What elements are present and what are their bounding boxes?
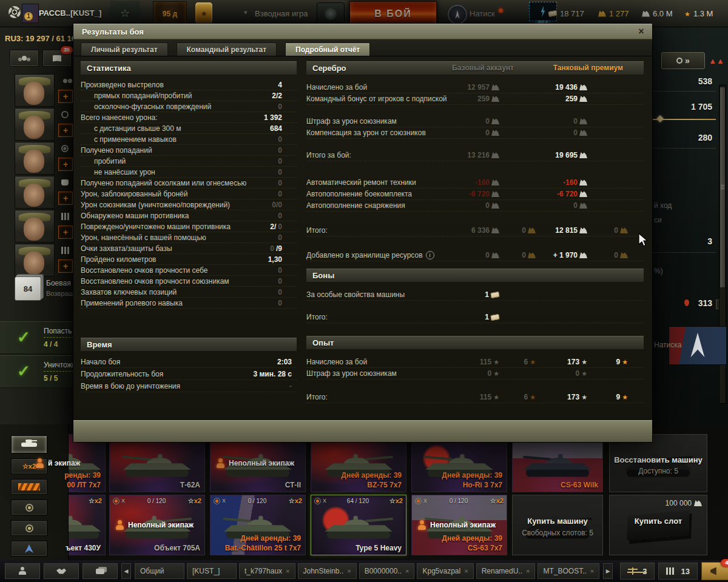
silver-icon bbox=[579, 179, 587, 186]
wot-garage-screen: 1 РАССВ..[KUST_] ☆ 95 д ★ ▾ Взводная игр… bbox=[0, 0, 728, 582]
mission-row[interactable]: ✓Попасть в4 / 4 bbox=[0, 321, 74, 354]
chat-tab[interactable]: [KUST_] bbox=[187, 563, 237, 579]
action-card[interactable]: Купить машинуСвободных слотов: 5 bbox=[512, 495, 603, 555]
add-skill-button[interactable]: + bbox=[58, 259, 73, 273]
premium-gold-slot bbox=[592, 127, 628, 138]
chat-tab[interactable]: RenamedU..× bbox=[476, 563, 536, 579]
add-skill-button[interactable]: + bbox=[58, 226, 73, 239]
buy-slot-card[interactable]: 100 000Купить слот bbox=[609, 495, 707, 555]
filter-nation-button[interactable] bbox=[11, 541, 47, 557]
crew-portrait[interactable] bbox=[15, 176, 55, 209]
crew-portrait[interactable] bbox=[15, 142, 55, 175]
chat-tab-label: RenamedU.. bbox=[482, 567, 522, 575]
tabs-scroll-right-button[interactable]: ▶ bbox=[603, 563, 613, 579]
crew-member[interactable]: + bbox=[15, 175, 74, 209]
close-tab-icon[interactable]: × bbox=[526, 567, 530, 575]
battle-mode-label[interactable]: Взводная игра bbox=[255, 9, 308, 18]
settings-gear-icon[interactable] bbox=[8, 6, 21, 18]
row-group: Итого:1 bbox=[306, 312, 644, 323]
chat-tab-label: [KUST_] bbox=[192, 567, 220, 575]
crew-member[interactable]: + bbox=[15, 107, 74, 141]
free-xp-currency[interactable]: ★1.3 M bbox=[684, 9, 713, 18]
mode-chevron-down-icon[interactable]: ▾ bbox=[244, 8, 248, 16]
chat-tab[interactable]: Общий bbox=[135, 563, 184, 579]
stat-row: Получено попаданий0 bbox=[81, 145, 297, 156]
silver-currency[interactable]: 6.0 M bbox=[642, 9, 673, 18]
exchange-rates-button[interactable]: 3 bbox=[620, 563, 655, 580]
crew-member[interactable]: + bbox=[15, 242, 74, 276]
channels-button[interactable] bbox=[83, 563, 118, 579]
crew-member[interactable]: + bbox=[15, 209, 74, 242]
economy-column: Серебро Базовый аккаунт Танковый премиум… bbox=[306, 61, 644, 414]
filter-award-button[interactable] bbox=[11, 520, 47, 536]
tab-inactive[interactable]: Командный результат bbox=[177, 42, 277, 56]
clan-name[interactable]: РАССВ..[KUST_] bbox=[39, 8, 101, 18]
filter-rent-button[interactable] bbox=[11, 479, 47, 495]
tank-card[interactable]: CS-63 Wilk bbox=[512, 434, 603, 492]
crew-member[interactable]: + bbox=[15, 141, 74, 175]
add-skill-button[interactable]: + bbox=[58, 90, 73, 103]
mission-row[interactable]: ✓Уничтожи5 / 5 bbox=[0, 355, 74, 388]
slider-knob-icon[interactable] bbox=[656, 115, 663, 122]
add-skill-button[interactable]: + bbox=[58, 192, 73, 205]
stat-values: 0/9 bbox=[270, 244, 282, 253]
x-label: X bbox=[121, 498, 125, 504]
crew-portrait[interactable] bbox=[15, 108, 55, 141]
filter-tank-type-button[interactable] bbox=[11, 435, 47, 453]
chat-tab[interactable]: JohnSteinb..× bbox=[298, 563, 357, 579]
crew-portrait[interactable] bbox=[15, 244, 55, 276]
close-tab-icon[interactable]: × bbox=[405, 567, 409, 575]
tank-card[interactable]: X0 / 120☆x2Дней аренды: 39Bat.-Châtillon… bbox=[210, 495, 306, 555]
chat-tab[interactable]: Kpg5vazpal× bbox=[417, 563, 473, 579]
base-gold-slot bbox=[503, 177, 536, 188]
tank-card[interactable]: Дней аренды: 39Ho-Ri 3 7x7 bbox=[411, 434, 507, 492]
tank-card[interactable]: X0 / 120☆x2Неполный экипажОбъект 705А bbox=[109, 495, 205, 555]
value: 9 bbox=[616, 358, 620, 366]
crew-portrait[interactable] bbox=[15, 210, 55, 242]
close-tab-icon[interactable]: × bbox=[464, 567, 468, 575]
add-skill-button[interactable]: + bbox=[58, 124, 73, 137]
battle-pass-row[interactable]: 84 Боевая за Возвраща bbox=[6, 274, 74, 304]
contacts-button[interactable] bbox=[5, 563, 40, 579]
rank-star-icon[interactable]: ☆ bbox=[108, 1, 142, 25]
chat-tab[interactable]: MT_BOOST..× bbox=[538, 563, 599, 579]
tab-inactive[interactable]: Личный результат bbox=[81, 42, 168, 56]
onslaught-emblem-icon[interactable] bbox=[448, 5, 467, 24]
tabs-scroll-left-button[interactable]: ◀ bbox=[121, 563, 131, 579]
scrollbar-thumb[interactable] bbox=[720, 87, 726, 288]
gold-currency[interactable]: 1 277 bbox=[598, 9, 629, 18]
referral-button[interactable] bbox=[44, 563, 79, 579]
silver-section-header: Серебро Базовый аккаунт Танковый премиум bbox=[306, 61, 644, 75]
tank-card[interactable]: Дней аренды: 39BZ-75 7x7 bbox=[311, 434, 406, 492]
stat-label: Получено попаданий осколками или огнесме… bbox=[81, 179, 246, 187]
row-label: Автопополнение боекомплекта bbox=[306, 190, 412, 198]
tank-card[interactable]: X0 / 120☆x2Неполный экипажДней аренды: 3… bbox=[411, 495, 507, 555]
chat-tab[interactable]: t_k797haux× bbox=[239, 563, 295, 579]
close-tab-icon[interactable]: × bbox=[590, 567, 594, 575]
tab-active[interactable]: Подробный отчёт bbox=[285, 42, 370, 56]
crew-member[interactable]: + bbox=[15, 73, 74, 107]
bonds-currency[interactable]: 18 717 bbox=[548, 9, 584, 18]
close-tab-icon[interactable]: × bbox=[347, 567, 351, 575]
notification-dot bbox=[499, 8, 503, 13]
notifications-button[interactable]: 4 bbox=[701, 562, 728, 580]
gold-bag-icon[interactable]: ★ bbox=[195, 2, 212, 24]
base-silver-slot: 12 957 bbox=[433, 82, 499, 93]
crew-operations-button[interactable] bbox=[10, 50, 39, 67]
collapse-panel-button[interactable]: » bbox=[661, 52, 705, 69]
incomplete-crew-warning: Неполный экипаж bbox=[217, 458, 294, 468]
damage-drop-icon bbox=[684, 299, 689, 306]
tank-card[interactable]: X64 / 120☆x2Type 5 Heavy bbox=[311, 495, 406, 555]
tank-card[interactable]: Неполный экипажСТ-II bbox=[210, 434, 306, 492]
chat-tab[interactable]: B0000000..× bbox=[359, 563, 415, 579]
tank-card[interactable]: Т-62А bbox=[109, 434, 205, 492]
action-card[interactable]: Восстановить машинуДоступно: 5 bbox=[609, 434, 707, 492]
add-skill-button[interactable]: + bbox=[58, 158, 73, 171]
close-icon[interactable]: × bbox=[635, 25, 647, 38]
exchange-scales-icon[interactable]: ▲▲ bbox=[707, 52, 726, 69]
crew-portrait[interactable] bbox=[15, 74, 55, 107]
dialog-title-bar[interactable]: Результаты боя × bbox=[73, 24, 652, 39]
onslaught-label[interactable]: Натиск bbox=[470, 9, 495, 18]
session-stats-button[interactable]: 13 bbox=[658, 563, 697, 580]
close-tab-icon[interactable]: × bbox=[286, 567, 289, 575]
